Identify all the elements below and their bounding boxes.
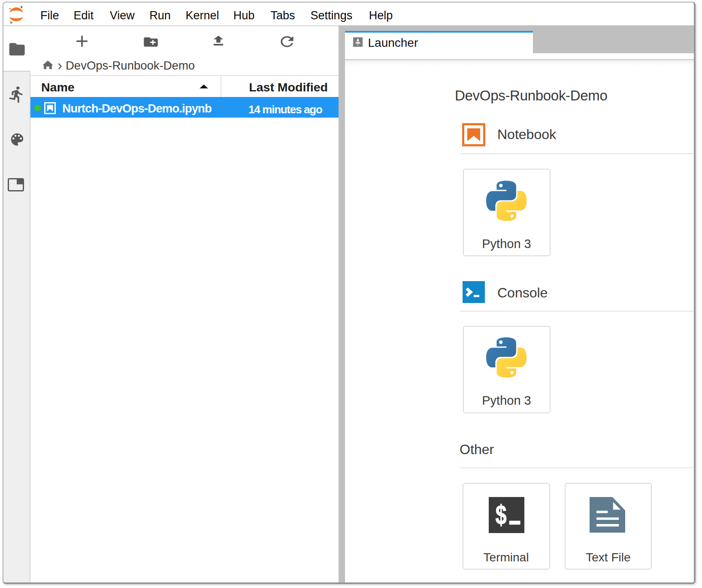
svg-text:$: $ <box>495 500 506 530</box>
